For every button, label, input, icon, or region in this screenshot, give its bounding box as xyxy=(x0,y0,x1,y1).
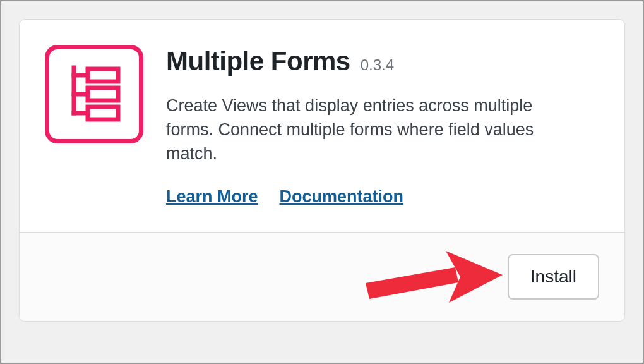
plugin-version: 0.3.4 xyxy=(361,56,394,74)
plugin-links: Learn More Documentation xyxy=(166,187,599,207)
plugin-title: Multiple Forms xyxy=(166,46,350,76)
plugin-title-row: Multiple Forms 0.3.4 xyxy=(166,46,599,76)
plugin-content: Multiple Forms 0.3.4 Create Views that d… xyxy=(166,45,599,207)
multiple-forms-icon xyxy=(65,64,123,124)
documentation-link[interactable]: Documentation xyxy=(280,187,404,207)
svg-rect-4 xyxy=(88,69,118,82)
install-button[interactable]: Install xyxy=(508,254,599,300)
plugin-card-body: Multiple Forms 0.3.4 Create Views that d… xyxy=(20,20,624,232)
plugin-card-footer: Install xyxy=(20,232,624,321)
plugin-icon-box xyxy=(45,45,143,143)
svg-rect-5 xyxy=(88,88,118,100)
plugin-description: Create Views that display entries across… xyxy=(166,94,570,166)
pointer-arrow-icon xyxy=(361,248,506,305)
plugin-card: Multiple Forms 0.3.4 Create Views that d… xyxy=(19,19,625,322)
learn-more-link[interactable]: Learn More xyxy=(166,187,258,207)
svg-marker-8 xyxy=(446,251,503,303)
svg-marker-7 xyxy=(366,267,458,299)
svg-rect-6 xyxy=(88,107,118,119)
